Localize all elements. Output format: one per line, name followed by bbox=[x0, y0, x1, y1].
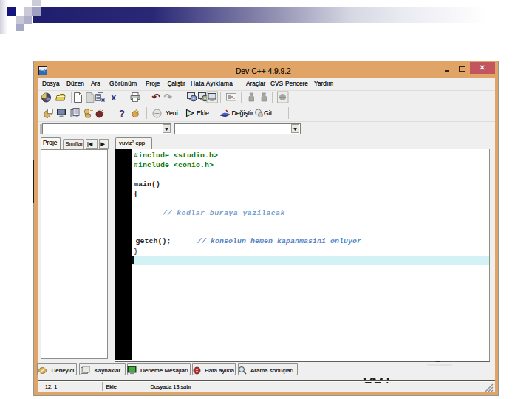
svg-text:↷: ↷ bbox=[164, 92, 173, 103]
svg-text:↶: ↶ bbox=[152, 92, 161, 103]
svg-text:x: x bbox=[112, 92, 117, 103]
svg-text:?: ? bbox=[119, 108, 125, 119]
